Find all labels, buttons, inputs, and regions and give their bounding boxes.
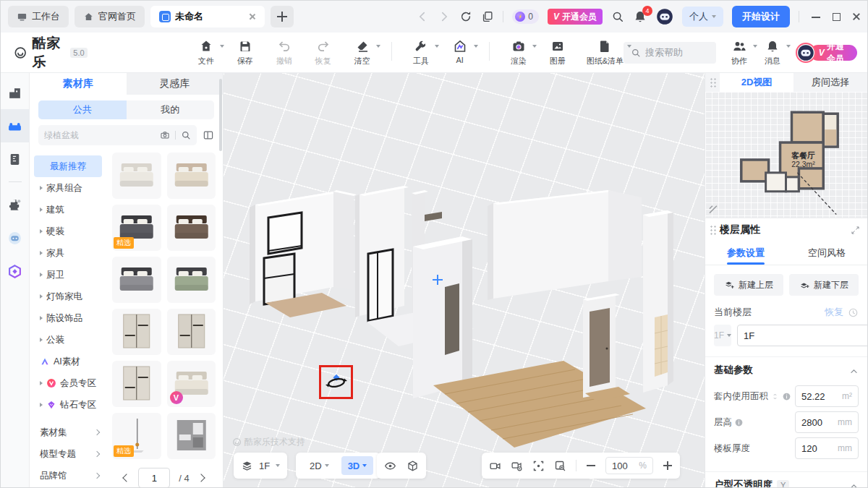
layout-columns-icon[interactable] <box>203 129 214 141</box>
toolbar-item-save[interactable]: 保存 <box>235 39 255 67</box>
product-thumbnail[interactable]: V <box>167 361 216 407</box>
product-thumbnail[interactable] <box>167 309 216 355</box>
restore-link[interactable]: 恢复 <box>825 306 843 319</box>
camera-settings-icon[interactable] <box>511 460 523 472</box>
close-icon[interactable] <box>851 12 861 22</box>
new-upper-floor-button[interactable]: 新建上层 <box>714 274 783 296</box>
category-最新推荐[interactable]: 最新推荐 <box>34 155 102 177</box>
material-search-input[interactable] <box>44 130 155 140</box>
category-钻石专区[interactable]: 钻石专区 <box>34 394 106 416</box>
rail-item-brand-logo[interactable] <box>1 254 30 288</box>
category-陈设饰品[interactable]: 陈设饰品 <box>34 307 106 329</box>
mode-3d-button[interactable]: 3D <box>341 456 374 475</box>
toolbar-item-eraser[interactable]: 清空 <box>352 39 373 67</box>
toolbar-item-render[interactable]: 渲染 <box>509 39 529 67</box>
3d-viewport[interactable]: 酷家乐技术支持 1F 2D 3D <box>224 73 706 488</box>
category-灯饰家电[interactable]: 灯饰家电 <box>34 286 106 307</box>
zoom-level-box[interactable]: % <box>605 457 653 474</box>
category-厨卫[interactable]: 厨卫 <box>34 264 106 286</box>
messages-button[interactable]: 消息 <box>762 39 783 67</box>
product-thumbnail[interactable] <box>112 361 161 407</box>
product-thumbnail[interactable] <box>167 257 216 303</box>
expand-icon[interactable] <box>851 225 860 234</box>
resize-handle-icon[interactable] <box>710 206 717 213</box>
category-品牌馆[interactable]: 品牌馆 <box>34 465 106 487</box>
product-thumbnail[interactable] <box>112 257 161 303</box>
category-AI素材[interactable]: AI素材 <box>34 351 106 372</box>
search-icon[interactable] <box>181 130 191 140</box>
next-page-icon[interactable] <box>197 474 205 481</box>
search-icon[interactable] <box>611 10 624 23</box>
product-thumbnail[interactable]: 精选 <box>112 205 161 251</box>
collapse-icon[interactable] <box>849 366 859 375</box>
toolbar-item-wrench[interactable]: 工具 <box>411 39 431 67</box>
toolbar-item-doc[interactable]: 图纸&清单 <box>587 39 624 67</box>
category-家具组合[interactable]: 家具组合 <box>34 177 106 199</box>
focus-center-icon[interactable] <box>532 460 545 472</box>
tab-room-select[interactable]: 房间选择 <box>793 73 867 92</box>
help-search-box[interactable] <box>624 42 716 64</box>
zoom-area-icon[interactable] <box>554 460 566 472</box>
zoom-in-button[interactable] <box>663 461 673 471</box>
toggle-public[interactable]: 公共 <box>38 100 127 119</box>
toolbar-item-album[interactable]: 图册 <box>548 39 568 67</box>
new-tab-button[interactable] <box>271 6 294 27</box>
category-家具[interactable]: 家具 <box>34 242 106 264</box>
product-thumbnail[interactable]: 精选 <box>112 413 161 459</box>
material-search-box[interactable] <box>38 125 197 145</box>
prev-page-icon[interactable] <box>123 474 131 481</box>
back-icon[interactable] <box>416 10 429 23</box>
category-公装[interactable]: 公装 <box>34 329 106 351</box>
toggle-mine[interactable]: 我的 <box>127 100 215 119</box>
assistant-avatar[interactable] <box>656 8 673 25</box>
tab-homepage[interactable]: 官网首页 <box>75 6 145 27</box>
product-thumbnail[interactable] <box>167 153 216 199</box>
zoom-level-input[interactable] <box>612 461 634 471</box>
floor-selector[interactable]: 1F <box>259 461 270 471</box>
tab-untitled[interactable]: 未命名 <box>150 6 265 27</box>
collapse-icon[interactable] <box>849 481 859 488</box>
collaborate-button[interactable]: 协作 <box>729 39 749 67</box>
tab-inspiration-library[interactable]: 灵感库 <box>127 73 224 95</box>
rail-item-ai-assistant[interactable] <box>1 221 30 254</box>
tab-close-icon[interactable] <box>247 12 256 21</box>
2d-minimap[interactable]: 客餐厅 22.3m² <box>705 92 867 218</box>
token-balance[interactable]: 0 <box>512 9 539 24</box>
tab-space-style[interactable]: 空间风格 <box>786 241 867 265</box>
vip-member-button[interactable]: V开通会员 <box>796 43 857 63</box>
tab-material-library[interactable]: 素材库 <box>30 73 127 95</box>
floor-select-dropdown[interactable]: 1F <box>714 325 731 346</box>
param-input-box[interactable]: 52.22m² <box>795 385 859 407</box>
account-menu[interactable]: 个人 <box>682 7 723 27</box>
cube-view-icon[interactable] <box>407 460 419 472</box>
product-thumbnail[interactable] <box>112 309 161 355</box>
drag-handle-icon[interactable] <box>710 77 717 87</box>
rail-item-furnishing-tool[interactable] <box>1 109 30 142</box>
tab-2d-view[interactable]: 2D视图 <box>720 73 793 92</box>
duplicate-icon[interactable] <box>481 10 494 23</box>
refresh-icon[interactable] <box>459 10 472 23</box>
vip-upgrade-button[interactable]: V 开通会员 <box>548 9 603 25</box>
product-thumbnail[interactable] <box>167 413 216 459</box>
zoom-out-button[interactable] <box>586 461 596 471</box>
tab-workbench[interactable]: 工作台 <box>8 6 69 27</box>
notifications-button[interactable]: 4 <box>633 9 647 24</box>
visibility-icon[interactable] <box>384 460 396 472</box>
history-clock-icon[interactable] <box>848 307 859 318</box>
category-建筑[interactable]: 建筑 <box>34 199 106 221</box>
param-input-box[interactable]: 120mm <box>795 437 859 459</box>
scrollbar[interactable] <box>219 79 222 151</box>
floor-name-input[interactable] <box>737 325 868 346</box>
info-icon[interactable] <box>782 392 791 401</box>
tab-parameter-settings[interactable]: 参数设置 <box>705 241 786 265</box>
camera-view-icon[interactable] <box>489 460 501 472</box>
mode-2d-button[interactable]: 2D <box>303 456 336 475</box>
toolbar-item-filehome[interactable]: 文件 <box>196 39 216 67</box>
rail-item-custom-tool[interactable] <box>1 142 30 176</box>
start-design-button[interactable]: 开始设计 <box>732 6 790 27</box>
help-search-input[interactable] <box>645 47 709 58</box>
param-input-box[interactable]: 2800mm <box>795 411 859 433</box>
minimize-icon[interactable] <box>811 12 821 22</box>
sort-icon[interactable] <box>770 392 780 401</box>
toolbar-item-aihome[interactable]: AI <box>450 39 470 64</box>
